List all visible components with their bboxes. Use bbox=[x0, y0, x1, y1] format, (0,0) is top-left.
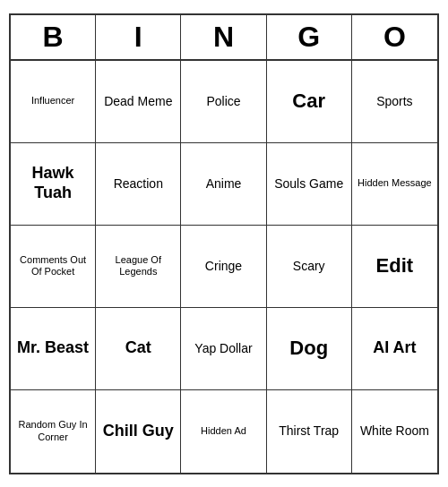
bingo-cell-17[interactable]: Yap Dollar bbox=[181, 308, 266, 390]
cell-text-10: Comments Out Of Pocket bbox=[14, 254, 91, 278]
bingo-cell-13[interactable]: Scary bbox=[267, 226, 352, 308]
cell-text-19: AI Art bbox=[373, 338, 416, 358]
cell-text-7: Anime bbox=[206, 176, 242, 192]
bingo-cell-5[interactable]: Hawk Tuah bbox=[11, 143, 96, 226]
cell-text-15: Mr. Beast bbox=[17, 338, 89, 358]
bingo-card: BINGO InfluencerDead MemePoliceCarSports… bbox=[9, 13, 439, 474]
cell-text-4: Sports bbox=[376, 94, 412, 109]
bingo-cell-22[interactable]: Hidden Ad bbox=[181, 390, 266, 473]
bingo-header: BINGO bbox=[11, 15, 437, 61]
bingo-cell-0[interactable]: Influencer bbox=[11, 61, 96, 143]
cell-text-5: Hawk Tuah bbox=[14, 164, 91, 202]
cell-text-3: Car bbox=[292, 90, 325, 113]
cell-text-8: Souls Game bbox=[274, 176, 343, 192]
bingo-cell-4[interactable]: Sports bbox=[352, 61, 437, 143]
header-letter-B: B bbox=[11, 15, 96, 59]
bingo-cell-1[interactable]: Dead Meme bbox=[96, 61, 181, 143]
cell-text-11: League Of Legends bbox=[99, 254, 177, 278]
bingo-cell-21[interactable]: Chill Guy bbox=[96, 390, 181, 473]
cell-text-1: Dead Meme bbox=[104, 94, 172, 109]
bingo-cell-20[interactable]: Random Guy In Corner bbox=[11, 390, 96, 473]
cell-text-13: Scary bbox=[293, 259, 325, 274]
cell-text-17: Yap Dollar bbox=[194, 341, 252, 356]
cell-text-18: Dog bbox=[289, 337, 328, 360]
header-letter-N: N bbox=[181, 15, 266, 59]
cell-text-2: Police bbox=[206, 94, 240, 109]
bingo-grid: InfluencerDead MemePoliceCarSportsHawk T… bbox=[11, 61, 437, 473]
bingo-cell-7[interactable]: Anime bbox=[181, 143, 266, 226]
cell-text-9: Hidden Message bbox=[358, 177, 432, 189]
cell-text-22: Hidden Ad bbox=[201, 425, 246, 437]
cell-text-12: Cringe bbox=[205, 259, 242, 274]
bingo-cell-15[interactable]: Mr. Beast bbox=[11, 308, 96, 390]
bingo-cell-16[interactable]: Cat bbox=[96, 308, 181, 390]
header-letter-O: O bbox=[352, 15, 437, 59]
cell-text-23: Thirst Trap bbox=[279, 423, 339, 439]
cell-text-16: Cat bbox=[125, 338, 151, 358]
header-letter-I: I bbox=[96, 15, 181, 59]
bingo-cell-19[interactable]: AI Art bbox=[352, 308, 437, 390]
bingo-cell-23[interactable]: Thirst Trap bbox=[267, 390, 352, 473]
bingo-cell-8[interactable]: Souls Game bbox=[267, 143, 352, 226]
bingo-cell-24[interactable]: White Room bbox=[352, 390, 437, 473]
bingo-cell-11[interactable]: League Of Legends bbox=[96, 226, 181, 308]
header-letter-G: G bbox=[267, 15, 352, 59]
bingo-cell-14[interactable]: Edit bbox=[352, 226, 437, 308]
bingo-cell-9[interactable]: Hidden Message bbox=[352, 143, 437, 226]
bingo-cell-10[interactable]: Comments Out Of Pocket bbox=[11, 226, 96, 308]
cell-text-14: Edit bbox=[376, 254, 414, 278]
cell-text-0: Influencer bbox=[31, 95, 74, 107]
cell-text-20: Random Guy In Corner bbox=[14, 419, 91, 442]
bingo-cell-2[interactable]: Police bbox=[181, 61, 266, 143]
cell-text-6: Reaction bbox=[114, 176, 163, 192]
bingo-cell-6[interactable]: Reaction bbox=[96, 143, 181, 226]
bingo-cell-12[interactable]: Cringe bbox=[181, 226, 266, 308]
cell-text-24: White Room bbox=[360, 423, 429, 439]
bingo-cell-3[interactable]: Car bbox=[267, 61, 352, 143]
bingo-cell-18[interactable]: Dog bbox=[267, 308, 352, 390]
cell-text-21: Chill Guy bbox=[103, 422, 174, 441]
